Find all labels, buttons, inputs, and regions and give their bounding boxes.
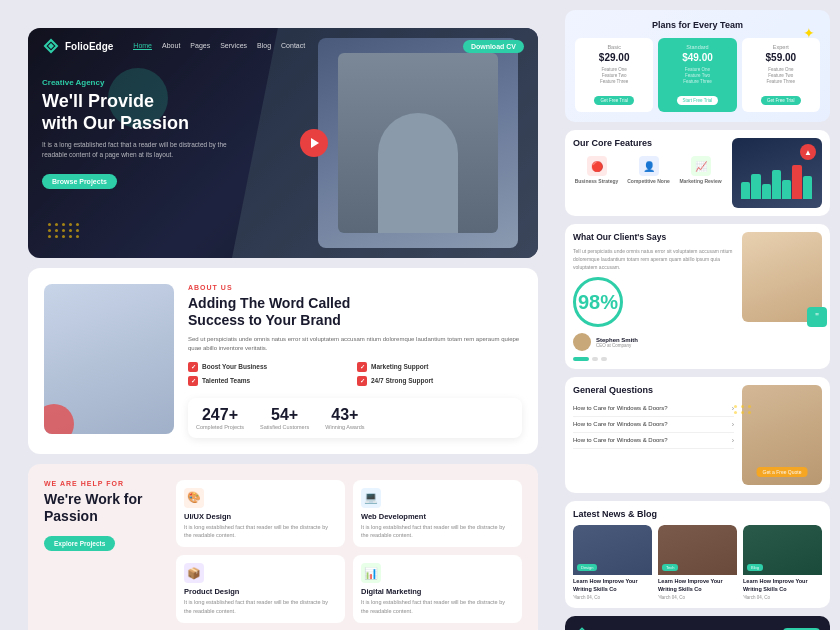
faq-item-1[interactable]: How to Care for Windows & Doors? › — [573, 401, 734, 417]
rating-circle: 98% — [573, 277, 623, 327]
std-f2: Feature Two — [664, 73, 730, 78]
price-basic: Basic $29.00 Feature One Feature Two Fea… — [575, 38, 653, 112]
about-content: ABOUT US Adding The Word Called Success … — [188, 284, 522, 438]
check-icon-4: ✓ — [357, 376, 367, 386]
check-icon-3: ✓ — [188, 376, 198, 386]
core-feat-3: 📈 Marketing Review — [677, 156, 724, 184]
stat-number-1: 247+ — [196, 406, 244, 424]
basic-cta[interactable]: Get Free Trial — [594, 96, 634, 105]
uiux-icon: 🎨 — [184, 488, 204, 508]
hero-label: Creative Agency — [42, 78, 242, 87]
service-desc-3: It is long established fact that reader … — [184, 598, 337, 615]
footer-logo: FolioEdge — [575, 626, 632, 630]
nav-contact[interactable]: Contact — [281, 42, 305, 50]
pricing-cards: Basic $29.00 Feature One Feature Two Fea… — [575, 38, 820, 112]
stat-label-1: Completed Projects — [196, 424, 244, 430]
right-column: Plans for Every Team ✦ Basic $29.00 Feat… — [565, 10, 830, 630]
browse-projects-button[interactable]: Browse Projects — [42, 174, 117, 189]
indicator-active — [573, 357, 589, 361]
blog-post-title-2: Learn How Improve Your Writing Skills Co — [658, 578, 737, 593]
blog-panel: Latest News & Blog Design Learn How Impr… — [565, 501, 830, 608]
play-icon — [311, 138, 319, 148]
blog-image-1: Design — [573, 525, 652, 575]
about-title: Adding The Word Called Success to Your B… — [188, 295, 522, 329]
chart-bar-0 — [741, 182, 750, 199]
rating-number: 98% — [578, 291, 618, 314]
price-tier-1: Basic — [581, 44, 647, 50]
service-name-1: UI/UX Design — [184, 512, 337, 521]
author-name: Stephen Smith — [596, 337, 638, 343]
play-button[interactable] — [300, 129, 328, 157]
faq-question-3: How to Care for Windows & Doors? › — [573, 437, 734, 444]
logo[interactable]: FolioEdge — [42, 37, 113, 55]
blog-post-title-1: Learn How Improve Your Writing Skills Co — [573, 578, 652, 593]
explore-projects-button[interactable]: Explore Projects — [44, 536, 115, 551]
feature-1: ✓ Boost Your Business — [188, 362, 353, 372]
hero-content: Creative Agency We'll Provide with Our P… — [42, 78, 242, 189]
footer-panel: FolioEdge +234 555 3432 Contact Us About… — [565, 616, 830, 630]
stat-number-2: 54+ — [260, 406, 309, 424]
footer-top: FolioEdge +234 555 3432 Contact Us — [575, 626, 820, 630]
testimonial-panel: What Our Client's Says Tell ut perspicia… — [565, 224, 830, 369]
chart-bar-4 — [782, 180, 791, 199]
about-features: ✓ Boost Your Business ✓ Marketing Suppor… — [188, 362, 522, 386]
nav-home[interactable]: Home — [133, 42, 152, 50]
testimonial-content: What Our Client's Says Tell ut perspicia… — [573, 232, 734, 361]
basic-f1: Feature One — [581, 67, 647, 72]
hero-navbar: FolioEdge Home About Pages Services Blog… — [28, 28, 538, 64]
core-features-grid: 🔴 Business Strategy 👤 Competitive None 📈… — [573, 156, 724, 184]
price-amount-2: $49.00 — [664, 52, 730, 63]
price-amount-1: $29.00 — [581, 52, 647, 63]
price-amount-3: $59.00 — [748, 52, 814, 63]
feature-2: ✓ Marketing Support — [357, 362, 522, 372]
core-content: Our Core Features 🔴 Business Strategy 👤 … — [573, 138, 724, 208]
indicator-2 — [601, 357, 607, 361]
core-chart-image: ▲ — [732, 138, 822, 208]
download-cv-button[interactable]: Download CV — [463, 40, 524, 53]
pricing-title: Plans for Every Team — [575, 20, 820, 30]
core-icon-1: 🔴 — [587, 156, 607, 176]
pricing-header: Plans for Every Team ✦ — [575, 20, 820, 30]
chart-bar-6 — [803, 176, 812, 199]
nav-pages[interactable]: Pages — [190, 42, 210, 50]
blog-post-1[interactable]: Design Learn How Improve Your Writing Sk… — [573, 525, 652, 600]
blog-post-title-3: Learn How Improve Your Writing Skills Co — [743, 578, 822, 593]
indicator-1 — [592, 357, 598, 361]
core-feat-2: 👤 Competitive None — [625, 156, 672, 184]
expert-cta[interactable]: Get Free Trial — [761, 96, 801, 105]
about-stats: 247+ Completed Projects 54+ Satisfied Cu… — [188, 398, 522, 438]
standard-cta[interactable]: Start Free Trial — [677, 96, 719, 105]
faq-panel: General Questions How to Care for Window… — [565, 377, 830, 493]
nav-blog[interactable]: Blog — [257, 42, 271, 50]
faq-person-image: Get a Free Quote — [742, 385, 822, 485]
chart-bar-3 — [772, 170, 781, 199]
webdev-icon: 💻 — [361, 488, 381, 508]
services-grid: 🎨 UI/UX Design It is long established fa… — [176, 480, 522, 623]
stat-customers: 54+ Satisfied Customers — [260, 406, 309, 430]
faq-title: General Questions — [573, 385, 734, 395]
stat-label-3: Winning Awards — [325, 424, 364, 430]
blog-post-3[interactable]: Blog Learn How Improve Your Writing Skil… — [743, 525, 822, 600]
blog-posts-list: Design Learn How Improve Your Writing Sk… — [573, 525, 822, 600]
author-avatar — [573, 333, 591, 351]
blog-image-2: Tech — [658, 525, 737, 575]
footer-logo-icon — [575, 626, 589, 630]
blog-date-1: March 04, Co — [573, 595, 652, 600]
exp-f1: Feature One — [748, 67, 814, 72]
core-icon-3: 📈 — [691, 156, 711, 176]
nav-services[interactable]: Services — [220, 42, 247, 50]
chart-indicator: ▲ — [800, 144, 816, 160]
blog-post-2[interactable]: Tech Learn How Improve Your Writing Skil… — [658, 525, 737, 600]
faq-item-2[interactable]: How to Care for Windows & Doors? › — [573, 417, 734, 433]
core-label-3: Marketing Review — [677, 178, 724, 184]
hero-description: It is a long established fact that a rea… — [42, 140, 242, 160]
nav-about[interactable]: About — [162, 42, 180, 50]
chevron-down-icon-2: › — [732, 421, 734, 428]
faq-cta-button[interactable]: Get a Free Quote — [757, 467, 808, 477]
blog-date-3: March 04, Co — [743, 595, 822, 600]
faq-item-3[interactable]: How to Care for Windows & Doors? › — [573, 433, 734, 449]
logo-icon — [42, 37, 60, 55]
testimonial-author: Stephen Smith CEO at Company — [573, 333, 734, 351]
chart-bar-1 — [751, 174, 760, 199]
basic-f2: Feature Two — [581, 73, 647, 78]
